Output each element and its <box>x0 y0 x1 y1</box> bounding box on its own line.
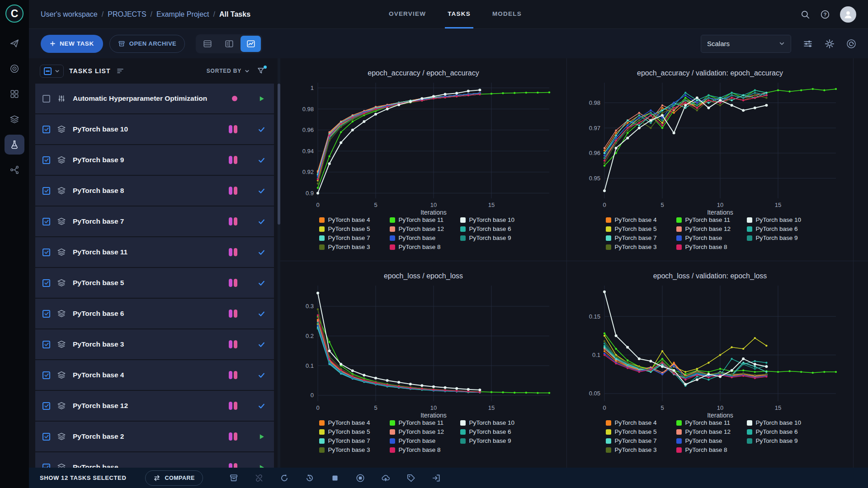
search-icon[interactable] <box>800 9 810 19</box>
legend-item[interactable]: PyTorch base 8 <box>390 244 458 250</box>
task-row[interactable]: Automatic Hyperparameter Optimization <box>35 84 274 113</box>
apps-icon[interactable] <box>5 33 24 53</box>
chart-plot[interactable]: 0510150.950.960.970.98Iterations <box>579 78 841 216</box>
legend-item[interactable]: PyTorch base 10 <box>460 419 528 426</box>
task-row[interactable]: PyTorch base 9 <box>35 145 274 175</box>
select-all-checkbox[interactable] <box>44 67 52 75</box>
selected-tasks-label[interactable]: SHOW 12 TASKS SELECTED <box>40 474 126 481</box>
task-checkbox[interactable] <box>42 464 50 468</box>
avatar[interactable] <box>840 6 856 23</box>
legend-item[interactable]: PyTorch base 8 <box>390 446 458 453</box>
filter-funnel-button[interactable] <box>257 66 266 75</box>
task-row[interactable]: PyTorch base 3 <box>35 329 274 359</box>
task-checkbox[interactable] <box>42 95 50 103</box>
breadcrumb-item[interactable]: Example Project <box>156 10 209 19</box>
legend-item[interactable]: PyTorch base 11 <box>390 419 458 426</box>
terminate-icon[interactable] <box>356 474 365 483</box>
legend-item[interactable]: PyTorch base 9 <box>747 235 815 241</box>
dashboard-icon[interactable] <box>5 59 24 79</box>
tasks-scrollbar-thumb[interactable] <box>278 84 280 225</box>
legend-item[interactable]: PyTorch base 7 <box>606 235 674 241</box>
sorted-by-button[interactable]: SORTED BY <box>207 68 250 74</box>
abort-icon[interactable] <box>330 474 340 483</box>
archive-icon[interactable] <box>229 474 238 483</box>
legend-item[interactable]: PyTorch base 11 <box>676 419 744 426</box>
legend-item[interactable]: PyTorch base 3 <box>319 244 387 250</box>
tab-tasks[interactable]: TASKS <box>445 0 473 28</box>
legend-item[interactable]: PyTorch base 3 <box>319 446 387 453</box>
chart-view-icon[interactable] <box>241 36 261 52</box>
breadcrumb-item[interactable]: PROJECTS <box>108 10 146 19</box>
legend-item[interactable]: PyTorch base <box>676 235 744 241</box>
legend-item[interactable]: PyTorch base <box>390 235 458 241</box>
legend-item[interactable]: PyTorch base 5 <box>319 225 387 232</box>
legend-item[interactable]: PyTorch base 4 <box>319 216 387 223</box>
task-row[interactable]: PyTorch base 4 <box>35 360 274 390</box>
legend-item[interactable]: PyTorch base 3 <box>606 244 674 250</box>
task-row[interactable]: PyTorch base 10 <box>35 114 274 144</box>
task-checkbox[interactable] <box>42 126 50 133</box>
task-row[interactable]: PyTorch base 8 <box>35 176 274 206</box>
legend-item[interactable]: PyTorch base 12 <box>676 225 744 232</box>
legend-item[interactable]: PyTorch base 7 <box>606 437 674 444</box>
breadcrumb-item[interactable]: User's workspace <box>41 10 98 19</box>
task-checkbox[interactable] <box>42 156 50 164</box>
legend-item[interactable]: PyTorch base 5 <box>606 225 674 232</box>
task-row[interactable]: PyTorch base 2 <box>35 422 274 451</box>
legend-item[interactable]: PyTorch base 9 <box>747 437 815 444</box>
reset-icon[interactable] <box>305 474 314 483</box>
legend-item[interactable]: PyTorch base 10 <box>747 216 815 223</box>
legend-item[interactable]: PyTorch base 12 <box>676 428 744 435</box>
legend-item[interactable]: PyTorch base 4 <box>319 419 387 426</box>
legend-item[interactable]: PyTorch base <box>676 437 744 444</box>
task-checkbox[interactable] <box>42 187 50 195</box>
task-row[interactable]: PyTorch base <box>35 452 274 468</box>
new-task-button[interactable]: NEW TASK <box>41 35 103 53</box>
legend-item[interactable]: PyTorch base 4 <box>606 216 674 223</box>
legend-item[interactable]: PyTorch base 5 <box>606 428 674 435</box>
select-all-control[interactable] <box>40 65 64 78</box>
breadcrumb-item[interactable]: All Tasks <box>219 10 250 19</box>
open-archive-button[interactable]: OPEN ARCHIVE <box>109 35 185 53</box>
auto-refresh-icon[interactable] <box>846 39 856 49</box>
task-checkbox[interactable] <box>42 279 50 287</box>
task-row[interactable]: PyTorch base 7 <box>35 206 274 236</box>
task-checkbox[interactable] <box>42 310 50 318</box>
task-checkbox[interactable] <box>42 433 50 441</box>
tags-icon[interactable] <box>406 474 415 483</box>
task-row[interactable]: PyTorch base 6 <box>35 299 274 328</box>
task-checkbox[interactable] <box>42 402 50 410</box>
menu-sort-icon[interactable] <box>116 67 124 75</box>
chart-plot[interactable]: 0510150.050.10.15Iterations <box>579 281 841 419</box>
legend-item[interactable]: PyTorch base 6 <box>460 428 528 435</box>
legend-item[interactable]: PyTorch base 9 <box>460 437 528 444</box>
chevron-down-icon[interactable] <box>55 69 60 74</box>
legend-item[interactable]: PyTorch base 7 <box>319 235 387 241</box>
metric-type-select[interactable]: Scalars <box>701 35 791 53</box>
chart-plot[interactable]: 0510150.90.920.940.960.981Iterations <box>292 78 555 216</box>
split-view-icon[interactable] <box>219 36 239 52</box>
gear-icon[interactable] <box>825 39 835 49</box>
legend-item[interactable]: PyTorch base <box>390 437 458 444</box>
task-checkbox[interactable] <box>42 249 50 256</box>
legend-item[interactable]: PyTorch base 12 <box>390 428 458 435</box>
legend-item[interactable]: PyTorch base 10 <box>747 419 815 426</box>
projects-icon[interactable] <box>5 84 24 104</box>
legend-item[interactable]: PyTorch base 4 <box>606 419 674 426</box>
clearml-logo[interactable]: C <box>5 5 24 23</box>
legend-item[interactable]: PyTorch base 9 <box>460 235 528 241</box>
experiments-icon[interactable] <box>5 135 24 155</box>
tab-models[interactable]: MODELS <box>490 0 524 28</box>
legend-item[interactable]: PyTorch base 8 <box>676 446 744 453</box>
legend-item[interactable]: PyTorch base 8 <box>676 244 744 250</box>
task-row[interactable]: PyTorch base 11 <box>35 237 274 267</box>
tab-overview[interactable]: OVERVIEW <box>386 0 429 28</box>
publish-icon[interactable] <box>381 474 390 483</box>
pipelines-icon[interactable] <box>5 160 24 180</box>
legend-item[interactable]: PyTorch base 3 <box>606 446 674 453</box>
display-settings-icon[interactable] <box>803 39 813 49</box>
legend-item[interactable]: PyTorch base 6 <box>747 225 815 232</box>
retry-icon[interactable] <box>280 474 289 483</box>
legend-item[interactable]: PyTorch base 10 <box>460 216 528 223</box>
task-checkbox[interactable] <box>42 371 50 379</box>
